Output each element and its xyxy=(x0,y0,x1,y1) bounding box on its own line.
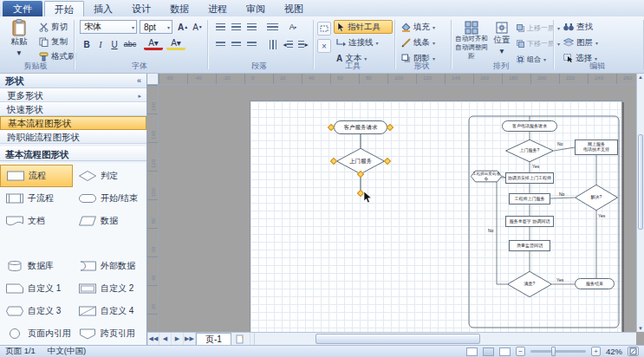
connector-tool-button[interactable]: 连接线▾ xyxy=(334,36,393,49)
flowchart-node-remote-support[interactable]: 网上服务 电话技术支持 xyxy=(575,140,618,155)
scroll-up-icon[interactable]: ▲ xyxy=(637,75,644,80)
stencil-basic-flowchart[interactable]: 基本流程图形状 xyxy=(0,116,146,130)
cut-button[interactable]: 剪切 xyxy=(36,20,70,34)
drawing-page[interactable]: 客户电话服务请求 上门服务? 网上服务 电话技术支持 协调员安排上门工程师 工程… xyxy=(250,101,622,332)
find-button[interactable]: 查找 xyxy=(561,20,637,34)
zoom-level[interactable]: 42% xyxy=(606,347,622,356)
connection-point-button[interactable]: × xyxy=(317,39,331,53)
font-name-combo[interactable]: 宋体▾ xyxy=(80,20,137,34)
collapse-panel-icon[interactable]: « xyxy=(137,74,141,88)
highlight-color-button[interactable]: A▾ xyxy=(166,38,185,50)
tab-home[interactable]: 开始 xyxy=(44,1,84,16)
shape-item-document[interactable]: 文档 xyxy=(0,210,73,232)
align-top-button[interactable] xyxy=(213,37,227,51)
vertical-scrollbar[interactable]: ▲ ▼ xyxy=(636,74,644,332)
flowchart-node-quality[interactable]: 质量监督回访 xyxy=(509,240,550,251)
list-spacer xyxy=(0,232,146,243)
shape-item-offpage-ref[interactable]: 跨页引用 xyxy=(73,322,146,345)
flowchart-node-onsite-decision[interactable]: 上门服务? xyxy=(505,140,554,162)
shape-item-database[interactable]: 数据库 xyxy=(0,255,73,277)
flowchart-node-onsite-service[interactable]: 工程师上门服务 xyxy=(509,193,550,204)
bullets-button[interactable] xyxy=(265,20,279,34)
strikethrough-button[interactable]: abc xyxy=(121,37,139,51)
print-preview-button[interactable] xyxy=(499,347,511,356)
shape-item-custom-3[interactable]: 自定义 3 xyxy=(0,300,73,322)
flowchart-node-prepare[interactable]: 工程师出发前准备 xyxy=(471,171,502,182)
shape-item-decision[interactable]: 判定 xyxy=(73,165,146,187)
align-center-button[interactable] xyxy=(229,20,243,34)
flowchart-node-satisfied-decision[interactable]: 满意? xyxy=(507,271,552,297)
draft-node-request[interactable]: 客户服务请求 xyxy=(334,120,387,134)
text-direction-button[interactable] xyxy=(265,37,279,51)
file-tab[interactable]: 文件 xyxy=(3,1,42,16)
zoom-slider-thumb[interactable] xyxy=(551,347,556,356)
align-right-button[interactable] xyxy=(244,20,258,34)
stencil-cross-functional[interactable]: 跨职能流程图形状 xyxy=(0,130,146,144)
first-page-button[interactable]: ◀◀ xyxy=(147,333,159,345)
underline-button[interactable]: U xyxy=(107,37,121,51)
align-bottom-button[interactable] xyxy=(244,37,258,51)
flowchart-node-end[interactable]: 服务结束 xyxy=(575,278,615,289)
shape-item-process[interactable]: 流程 xyxy=(0,165,73,187)
horizontal-scrollbar[interactable] xyxy=(254,333,636,345)
language-indicator[interactable]: 中文(中国) xyxy=(48,346,86,357)
stencil-more-shapes[interactable]: 更多形状 ▸ xyxy=(0,88,146,102)
flowchart-node-resolved-decision[interactable]: 解决? xyxy=(575,185,618,211)
page-indicator[interactable]: 页面 1/1 xyxy=(5,346,36,357)
shape-item-start-end[interactable]: 开始/结束 xyxy=(73,187,146,210)
tab-review[interactable]: 审阅 xyxy=(237,1,275,16)
last-page-button[interactable]: ▶▶ xyxy=(184,333,196,345)
fit-page-button[interactable] xyxy=(628,347,639,356)
flowchart-node-signoff[interactable]: 服务单签字 协调回访 xyxy=(505,216,554,227)
decrease-indent-button[interactable]: ◂ xyxy=(281,37,295,51)
line-button[interactable]: 线条▾ xyxy=(399,36,448,49)
fullscreen-view-button[interactable] xyxy=(483,347,494,356)
font-color-button[interactable]: A▾ xyxy=(144,38,163,50)
page-viewport[interactable]: 客户电话服务请求 上门服务? 网上服务 电话技术支持 协调员安排上门工程师 工程… xyxy=(159,85,636,332)
zoom-out-button[interactable]: − xyxy=(516,347,525,356)
bring-forward-button[interactable]: 上移一层▾ xyxy=(514,21,552,35)
shape-item-custom-1[interactable]: 自定义 1 xyxy=(0,277,73,300)
pointer-tool-button[interactable]: 指针工具 xyxy=(334,20,393,34)
vertical-scroll-thumb[interactable] xyxy=(638,134,643,230)
flowchart-node-dispatch[interactable]: 协调员安排上门工程师 xyxy=(505,172,554,184)
tab-view[interactable]: 视图 xyxy=(275,1,313,16)
vertical-ruler: 160 140 120 100 80 60 40 20 0 xyxy=(147,85,159,332)
send-backward-button[interactable]: 下移一层▾ xyxy=(514,36,552,50)
zoom-slider[interactable] xyxy=(530,350,586,353)
bold-button[interactable]: B xyxy=(80,37,94,51)
grow-font-button[interactable]: A▲ xyxy=(176,20,190,34)
normal-view-button[interactable] xyxy=(466,347,478,356)
shape-item-subprocess[interactable]: 子流程 xyxy=(0,187,73,210)
layers-button[interactable]: 图层▾ xyxy=(561,36,637,49)
next-page-button[interactable]: ▶ xyxy=(172,333,184,345)
align-middle-button[interactable] xyxy=(229,37,243,51)
shrink-font-button[interactable]: A▼ xyxy=(191,20,205,34)
shape-item-data[interactable]: 数据 xyxy=(73,210,146,232)
italic-button[interactable]: I xyxy=(94,37,107,51)
page-tab-1[interactable]: 页-1 xyxy=(196,333,231,345)
shape-item-onpage-ref[interactable]: 页面内引用 xyxy=(0,322,73,345)
tab-insert[interactable]: 插入 xyxy=(84,1,122,16)
font-size-combo[interactable]: 8pt▾ xyxy=(140,20,172,34)
insert-page-button[interactable] xyxy=(231,333,250,345)
tab-process[interactable]: 进程 xyxy=(198,1,237,16)
shape-item-custom-4[interactable]: 自定义 4 xyxy=(73,300,146,322)
copy-button[interactable]: 复制 xyxy=(36,35,70,49)
tab-data[interactable]: 数据 xyxy=(160,1,198,16)
shape-item-external-data[interactable]: 外部数据 xyxy=(73,255,146,277)
stencil-quick-shapes[interactable]: 快速形状 xyxy=(0,102,146,116)
shape-item-custom-2[interactable]: 自定义 2 xyxy=(73,277,146,300)
scroll-down-icon[interactable]: ▼ xyxy=(637,326,644,331)
horizontal-scroll-thumb[interactable] xyxy=(315,334,480,344)
increase-indent-button[interactable]: ▸ xyxy=(296,37,310,51)
character-spacing-button[interactable]: A▸ xyxy=(286,20,300,34)
zoom-in-button[interactable]: + xyxy=(591,347,601,356)
shapes-panel: 形状 « 更多形状 ▸ 快速形状 基本流程图形状 跨职能流程图形状 基本流程图形… xyxy=(0,74,147,345)
previous-page-button[interactable]: ◀ xyxy=(159,333,172,345)
tab-design[interactable]: 设计 xyxy=(122,1,160,16)
align-left-button[interactable] xyxy=(213,20,227,34)
fill-button[interactable]: 填充▾ xyxy=(399,20,448,34)
flowchart-node-start[interactable]: 客户电话服务请求 xyxy=(502,120,557,132)
drawing-tools-button[interactable] xyxy=(317,22,331,36)
